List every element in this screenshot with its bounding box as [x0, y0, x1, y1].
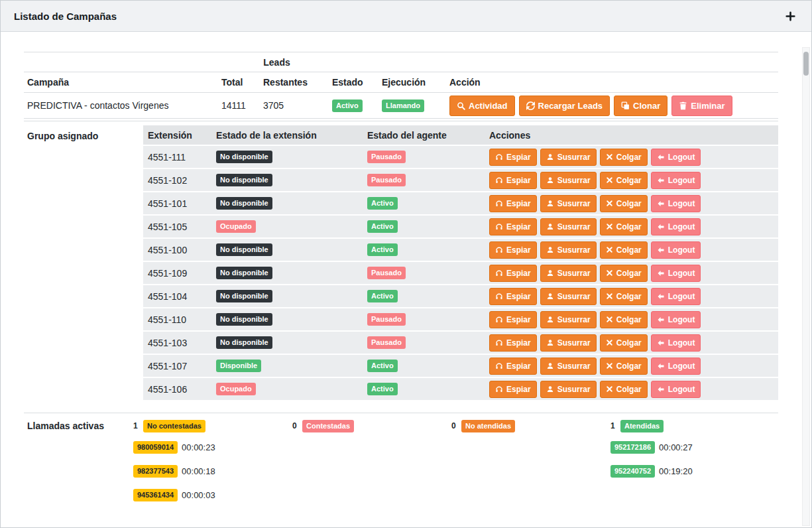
- calls-list: 952172186 00:00:27 952240752 00:19:20: [610, 441, 770, 478]
- row-actions-cell: Espiar Susurrar Colgar Logout: [485, 172, 778, 189]
- hangup-button-label: Colgar: [616, 176, 642, 185]
- hangup-button[interactable]: Colgar: [600, 172, 648, 189]
- hangup-button[interactable]: Colgar: [600, 288, 648, 305]
- hangup-button[interactable]: Colgar: [600, 381, 648, 398]
- spy-button[interactable]: Espiar: [489, 381, 537, 398]
- spy-button[interactable]: Espiar: [489, 334, 537, 352]
- logout-button[interactable]: Logout: [651, 218, 701, 235]
- hangup-button[interactable]: Colgar: [600, 334, 648, 352]
- calls-summary: 1 Atendidas: [610, 419, 770, 432]
- logout-button-label: Logout: [668, 338, 695, 348]
- calls-category-badge: Contestadas: [302, 420, 354, 432]
- row-actions-cell: Espiar Susurrar Colgar Logout: [485, 195, 778, 212]
- logout-button[interactable]: Logout: [651, 358, 701, 375]
- row-actions-cell: Espiar Susurrar Colgar Logout: [485, 334, 778, 352]
- group-table-row: 4551-100 No disponible Activo Espiar: [143, 239, 778, 262]
- spy-button[interactable]: Espiar: [489, 218, 537, 235]
- logout-button[interactable]: Logout: [651, 334, 701, 352]
- scrollbar-thumb[interactable]: [803, 52, 809, 76]
- person-icon: [546, 385, 554, 393]
- headphones-icon: [495, 246, 503, 254]
- group-section-title: Grupo asignado: [24, 125, 143, 401]
- logout-button[interactable]: Logout: [651, 241, 701, 259]
- activity-button[interactable]: Actividad: [449, 96, 515, 116]
- reload-leads-button[interactable]: Recargar Leads: [519, 96, 610, 116]
- extension-cell: 4551-111: [143, 152, 216, 163]
- spy-button[interactable]: Espiar: [489, 149, 537, 166]
- agent-state-badge: Pausado: [367, 174, 406, 186]
- whisper-button[interactable]: Susurrar: [540, 358, 597, 375]
- extension-cell: 4551-110: [143, 314, 216, 325]
- hangup-button[interactable]: Colgar: [600, 149, 648, 166]
- vertical-scrollbar[interactable]: [802, 47, 810, 526]
- extension-state-badge: No disponible: [216, 267, 272, 279]
- logout-button[interactable]: Logout: [651, 288, 701, 305]
- whisper-button[interactable]: Susurrar: [540, 265, 597, 282]
- logout-button[interactable]: Logout: [651, 381, 701, 398]
- clone-button[interactable]: Clonar: [614, 96, 667, 116]
- spy-button[interactable]: Espiar: [489, 265, 537, 282]
- spy-button-label: Espiar: [506, 338, 531, 348]
- logout-button[interactable]: Logout: [651, 265, 701, 282]
- hangup-button[interactable]: Colgar: [600, 265, 648, 282]
- hangup-button[interactable]: Colgar: [600, 358, 648, 375]
- logout-arrow-icon: [657, 223, 665, 231]
- agent-state-cell: Activo: [367, 290, 485, 302]
- whisper-button[interactable]: Susurrar: [540, 288, 597, 305]
- whisper-button[interactable]: Susurrar: [540, 311, 597, 328]
- spy-button[interactable]: Espiar: [489, 288, 537, 305]
- hangup-button[interactable]: Colgar: [600, 241, 648, 259]
- card-body: Leads Campaña Total Restantes Estado Eje…: [1, 32, 811, 527]
- logout-button[interactable]: Logout: [651, 149, 701, 166]
- logout-arrow-icon: [657, 246, 665, 254]
- extension-label: 4551-100: [148, 245, 187, 255]
- agent-state-badge: Activo: [367, 197, 398, 210]
- column-header-state: Estado: [332, 77, 382, 88]
- whisper-button[interactable]: Susurrar: [540, 241, 597, 259]
- logout-button-label: Logout: [668, 245, 695, 255]
- extension-state-cell: Ocupado: [216, 220, 367, 233]
- call-number-badge: 980059014: [133, 441, 178, 454]
- hangup-button[interactable]: Colgar: [600, 311, 648, 328]
- campaign-name: PREDICTIVA - contactos Virgenes: [24, 100, 221, 111]
- spy-button[interactable]: Espiar: [489, 358, 537, 375]
- spy-button[interactable]: Espiar: [489, 241, 537, 259]
- extension-label: 4551-105: [148, 222, 187, 232]
- spy-button[interactable]: Espiar: [489, 195, 537, 212]
- whisper-button[interactable]: Susurrar: [540, 195, 597, 212]
- hangup-button[interactable]: Colgar: [600, 195, 648, 212]
- whisper-button[interactable]: Susurrar: [540, 172, 597, 189]
- whisper-button[interactable]: Susurrar: [540, 381, 597, 398]
- hangup-button[interactable]: Colgar: [600, 218, 648, 235]
- row-actions-cell: Espiar Susurrar Colgar Logout: [485, 311, 778, 328]
- page-title: Listado de Campañas: [14, 11, 117, 22]
- group-table: Extensión Estado de la extensión Estado …: [143, 125, 778, 401]
- extension-state-badge: Disponible: [216, 360, 261, 372]
- active-calls-section: Llamadas activas 1 No contestadas 980059…: [24, 413, 778, 501]
- spy-button[interactable]: Espiar: [489, 311, 537, 328]
- logout-button[interactable]: Logout: [651, 195, 701, 212]
- group-table-row: 4551-111 No disponible Pausado Espiar: [143, 146, 778, 169]
- spy-button[interactable]: Espiar: [489, 172, 537, 189]
- person-icon: [546, 153, 554, 161]
- calls-summary: 0 Contestadas: [292, 419, 451, 432]
- logout-button[interactable]: Logout: [651, 172, 701, 189]
- agent-state-badge: Pausado: [367, 151, 406, 163]
- delete-button-label: Eliminar: [691, 101, 725, 111]
- extension-cell: 4551-104: [143, 291, 216, 302]
- whisper-button[interactable]: Susurrar: [540, 149, 597, 166]
- logout-button[interactable]: Logout: [651, 311, 701, 328]
- calls-section-title: Llamadas activas: [24, 419, 133, 501]
- delete-button[interactable]: Eliminar: [671, 96, 732, 116]
- add-campaign-button[interactable]: [783, 9, 798, 24]
- logout-button-label: Logout: [668, 176, 695, 185]
- column-header-execution: Ejecución: [382, 77, 448, 88]
- extension-state-badge: No disponible: [216, 174, 272, 186]
- whisper-button[interactable]: Susurrar: [540, 218, 597, 235]
- hangup-button-label: Colgar: [616, 338, 642, 348]
- logout-arrow-icon: [657, 385, 665, 393]
- hangup-button-label: Colgar: [616, 153, 642, 162]
- whisper-button-label: Susurrar: [557, 245, 591, 255]
- trash-icon: [679, 101, 687, 110]
- whisper-button[interactable]: Susurrar: [540, 334, 597, 352]
